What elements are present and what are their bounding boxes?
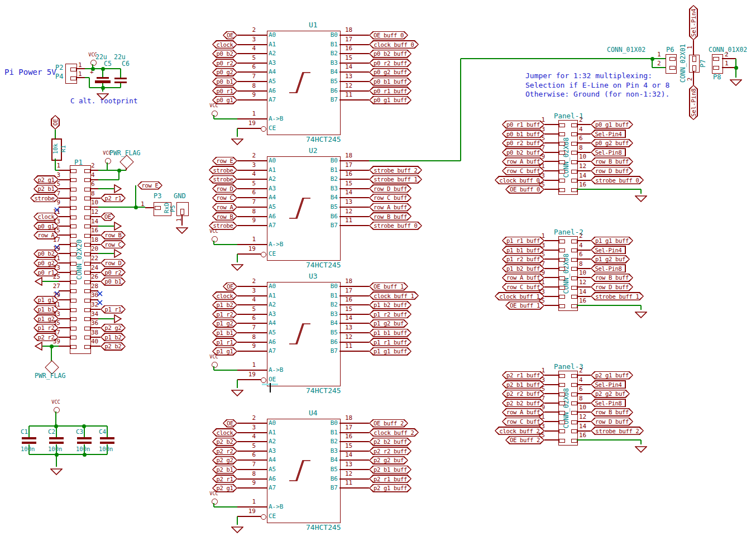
net-label[interactable]: OE — [223, 31, 237, 40]
note-pi-power[interactable]: Pi Power 5V — [4, 68, 56, 76]
pin-name[interactable]: A2 — [269, 301, 276, 308]
vcc-symbol-label[interactable]: VCC — [207, 103, 221, 108]
pin-number[interactable]: 20 — [91, 246, 104, 252]
pin-name[interactable]: A7 — [269, 222, 276, 229]
net-label[interactable]: OE — [51, 115, 60, 130]
pin-number[interactable]: 7 — [237, 461, 256, 468]
net-label[interactable]: row_E — [137, 181, 162, 190]
pin-name[interactable]: B0 — [314, 420, 338, 427]
net-label[interactable]: p1_b1_buff — [369, 329, 412, 337]
pin-number[interactable]: 6 — [579, 251, 592, 258]
pin-number[interactable]: 18 — [345, 152, 364, 159]
ref-label[interactable]: P5 — [170, 203, 176, 214]
capacitor-c3[interactable] — [77, 442, 92, 444]
pin-number[interactable]: 12 — [579, 163, 592, 170]
pin-name[interactable]: CE — [269, 513, 276, 520]
value-label[interactable]: 74HCT245 — [306, 261, 341, 269]
ref-label[interactable]: U4 — [309, 409, 318, 417]
net-label[interactable]: p1_r2_buff — [369, 310, 412, 318]
wire[interactable] — [652, 58, 666, 59]
gnd-symbol[interactable] — [114, 184, 122, 193]
pin-number[interactable]: 34 — [91, 311, 104, 318]
pin-number[interactable]: 8 — [237, 334, 256, 341]
pin-number[interactable]: 13 — [345, 199, 364, 205]
pin-name[interactable]: B5 — [314, 329, 338, 336]
pin-number[interactable]: 8 — [237, 208, 256, 215]
pin-number[interactable]: 10 — [579, 404, 592, 411]
ref-label[interactable]: C5 — [104, 60, 112, 67]
capacitor-c4[interactable] — [100, 442, 114, 444]
capacitor-c1[interactable] — [22, 437, 36, 439]
net-label[interactable]: strobe_buff_2 — [369, 166, 422, 174]
gnd-symbol[interactable] — [114, 314, 122, 323]
ref-label[interactable]: P7 — [700, 58, 707, 69]
wire[interactable] — [84, 426, 85, 437]
pin-name[interactable]: A->B — [269, 116, 284, 122]
pin-name[interactable]: B7 — [314, 348, 338, 355]
ref-label[interactable]: C3 — [76, 429, 83, 435]
net-label[interactable]: row_D_buff — [591, 283, 633, 291]
pin-name[interactable]: B3 — [314, 311, 338, 318]
pin-name[interactable]: A5 — [269, 466, 276, 473]
pin-name[interactable]: A7 — [269, 348, 276, 355]
net-label[interactable]: p2_g1_buff — [369, 484, 412, 492]
net-label[interactable]: p0_r1_buff — [369, 87, 412, 95]
pin-number[interactable]: 1 — [78, 62, 82, 69]
pin-name[interactable]: B2 — [314, 301, 338, 308]
pin-number[interactable]: 32 — [91, 301, 104, 308]
capacitor-c5[interactable] — [95, 80, 111, 83]
ref-label[interactable]: C1 — [21, 429, 28, 435]
net-label[interactable]: p1_b2_buff — [369, 301, 412, 309]
net-label[interactable]: OE_buff_0 — [369, 31, 408, 40]
note-jumper-line[interactable]: Selection if E-Line on Pin 4 or 8 — [525, 82, 669, 89]
pin-number[interactable]: 7 — [237, 324, 256, 331]
net-label[interactable]: clock — [212, 40, 237, 49]
pin-number[interactable]: 3 — [237, 162, 256, 169]
vcc-symbol-label[interactable]: VCC — [207, 355, 221, 360]
pin-number[interactable]: 8 — [579, 395, 592, 402]
pin-number[interactable]: 14 — [579, 173, 592, 179]
pin-number[interactable]: 12 — [345, 334, 364, 341]
pin-name[interactable]: B6 — [314, 213, 338, 220]
pin-name[interactable]: A->B — [269, 367, 284, 374]
pin-number[interactable]: 7 — [237, 199, 256, 205]
pin-number[interactable]: 5 — [237, 180, 256, 187]
net-label[interactable]: p0_b1_buff — [369, 78, 412, 86]
net-label[interactable]: Sel-Pin8 — [591, 264, 626, 272]
wire[interactable] — [98, 253, 114, 254]
wire[interactable] — [214, 244, 237, 245]
pin-number[interactable]: 1 — [176, 217, 182, 223]
pin-number[interactable]: 6 — [91, 181, 104, 188]
ref-label[interactable]: R1 — [60, 141, 67, 156]
net-label[interactable]: row_B_buff — [591, 274, 633, 282]
capacitor-c5[interactable] — [97, 77, 109, 79]
pin-name[interactable]: B5 — [314, 466, 338, 473]
pin-number[interactable]: 6 — [237, 315, 256, 322]
pin-number[interactable]: 39 — [45, 338, 60, 345]
net-label[interactable]: OE_buff_1 — [369, 283, 408, 291]
wire[interactable] — [107, 162, 108, 170]
pin-number[interactable]: 9 — [237, 92, 256, 98]
pin-number[interactable]: 4 — [237, 45, 256, 52]
wire[interactable] — [735, 68, 736, 78]
pin-name[interactable]: A0 — [269, 420, 276, 427]
pin-name[interactable]: A6 — [269, 476, 276, 482]
net-label[interactable]: p1_g2_buf — [591, 255, 630, 264]
pin-name[interactable]: A3 — [269, 448, 276, 454]
net-label[interactable]: strobe_buff_1 — [591, 292, 644, 300]
gnd-symbol[interactable] — [35, 277, 42, 286]
pin-name[interactable]: B7 — [314, 485, 338, 491]
pin-number[interactable]: 11 — [345, 343, 364, 350]
net-label[interactable]: row_B_buff — [369, 212, 412, 221]
pin-number[interactable]: 8 — [579, 145, 592, 151]
gnd-symbol[interactable] — [635, 194, 647, 200]
wire[interactable] — [120, 69, 121, 78]
net-label[interactable]: p0_b2 — [212, 50, 237, 58]
value-label[interactable]: 100n — [76, 446, 90, 452]
wire[interactable] — [98, 207, 145, 208]
pin-number[interactable]: 16 — [579, 181, 592, 188]
pin-name[interactable]: A2 — [269, 50, 276, 57]
ref-label[interactable]: C6 — [122, 60, 130, 67]
pin-number[interactable]: 14 — [579, 423, 592, 430]
ref-label[interactable]: P1 — [74, 159, 83, 166]
